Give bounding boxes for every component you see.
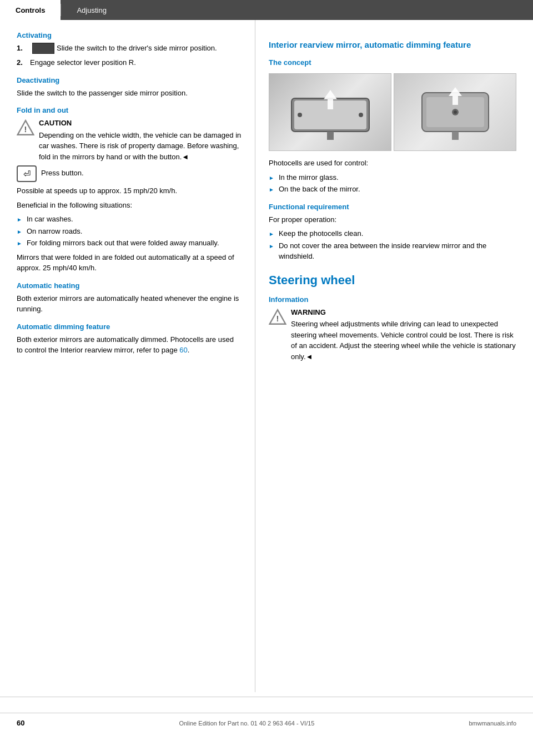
svg-marker-11 (449, 87, 462, 96)
tab-adjusting[interactable]: Adjusting (61, 0, 122, 20)
page-number: 60 (17, 719, 24, 727)
svg-rect-12 (452, 96, 458, 105)
warning-box: ! WARNING Steering wheel adjustments whi… (269, 307, 516, 362)
fold-bullet-2: ► On narrow roads. (17, 226, 242, 237)
caution-box: ! CAUTION Depending on the vehicle width… (17, 118, 242, 162)
interior-mirror-heading: Interior rearview mirror, automatic dimm… (269, 39, 516, 51)
functional-bullet-1: ► Keep the photocells clean. (269, 228, 516, 239)
mirror-image-left (269, 73, 391, 151)
fold-para1: Possible at speeds up to approx. 15 mph/… (17, 185, 242, 196)
columns-area: Activating 1. Slide the switch to the dr… (0, 20, 533, 692)
left-column: Activating 1. Slide the switch to the dr… (0, 20, 255, 692)
functional-bullet-list: ► Keep the photocells clean. ► Do not co… (269, 228, 516, 262)
fold-para2: Beneficial in the following situations: (17, 200, 242, 211)
svg-point-7 (359, 113, 363, 117)
concept-paragraph: Photocells are used for control: (269, 158, 516, 169)
functional-req-heading: Functional requirement (269, 203, 516, 211)
caution-body: Depending on the vehicle width, the vehi… (39, 130, 242, 163)
auto-heating-heading: Automatic heating (17, 281, 242, 290)
bullet-arrow-icon: ► (17, 228, 22, 236)
step-1: 1. Slide the switch to the driver's side… (17, 43, 242, 54)
svg-rect-8 (327, 132, 334, 140)
svg-point-14 (454, 110, 457, 114)
press-button-row: ⏎ Press button. (17, 165, 242, 182)
auto-dimming-text: Both exterior mirrors are automatically … (17, 334, 242, 356)
press-button-label: Press button. (41, 169, 84, 177)
bullet-arrow-icon: ► (269, 242, 274, 250)
fold-bullet-3: ► For folding mirrors back out that were… (17, 238, 242, 249)
footer-text: Online Edition for Part no. 01 40 2 963 … (179, 720, 314, 727)
fold-para3: Mirrors that were folded in are folded o… (17, 252, 242, 274)
svg-text:!: ! (276, 314, 279, 323)
bullet-arrow-icon: ► (269, 174, 274, 182)
fold-heading: Fold in and out (17, 106, 242, 114)
deactivating-text: Slide the switch to the passenger side m… (17, 88, 242, 99)
warning-body: Steering wheel adjustments while driving… (291, 319, 516, 362)
mirror-image-right (394, 73, 516, 151)
fold-bullet-1: ► In car washes. (17, 214, 242, 225)
warning-text-block: WARNING Steering wheel adjustments while… (291, 307, 516, 362)
caution-icon: ! (17, 119, 34, 137)
svg-rect-15 (452, 132, 459, 140)
concept-bullet-2: ► On the back of the mirror. (269, 184, 516, 195)
deactivating-heading: Deactivating (17, 76, 242, 84)
caution-text-block: CAUTION Depending on the vehicle width, … (39, 118, 242, 162)
footer-separator (0, 697, 533, 697)
concept-bullet-1: ► In the mirror glass. (269, 172, 516, 183)
svg-point-6 (298, 113, 302, 117)
bullet-arrow-icon: ► (269, 185, 274, 194)
bullet-arrow-icon: ► (17, 215, 22, 224)
svg-rect-5 (328, 99, 333, 109)
functional-req-para: For proper operation: (269, 214, 516, 225)
bullet-arrow-icon: ► (17, 239, 22, 248)
press-button-icon: ⏎ (17, 165, 37, 182)
tab-controls[interactable]: Controls (0, 0, 61, 20)
activating-heading: Activating (17, 31, 242, 39)
auto-heating-text: Both exterior mirrors are automatically … (17, 293, 242, 315)
warning-label: WARNING (291, 307, 516, 318)
svg-marker-4 (324, 90, 337, 99)
mirror-left-illustration (269, 74, 391, 150)
concept-bullet-list: ► In the mirror glass. ► On the back of … (269, 172, 516, 195)
mirror-images (269, 73, 516, 151)
functional-bullet-2: ► Do not cover the area between the insi… (269, 240, 516, 262)
header-tabs: Controls Adjusting (0, 0, 533, 20)
footer-site: bmwmanuals.info (469, 720, 516, 727)
footer: 60 Online Edition for Part no. 01 40 2 9… (0, 713, 533, 733)
step-2: 2. Engage selector lever position R. (17, 57, 242, 68)
switch-icon (32, 43, 54, 54)
warning-icon: ! (269, 308, 286, 326)
mirror-right-illustration (394, 74, 516, 150)
right-column: Interior rearview mirror, automatic dimm… (255, 20, 533, 692)
steering-wheel-heading: Steering wheel (269, 273, 516, 288)
concept-heading: The concept (269, 58, 516, 67)
svg-text:!: ! (24, 125, 27, 134)
auto-dimming-heading: Automatic dimming feature (17, 322, 242, 331)
caution-label: CAUTION (39, 118, 242, 129)
info-heading: Information (269, 295, 516, 304)
fold-bullet-list: ► In car washes. ► On narrow roads. ► Fo… (17, 214, 242, 249)
page-link[interactable]: 60 (179, 346, 187, 354)
bullet-arrow-icon: ► (269, 230, 274, 238)
